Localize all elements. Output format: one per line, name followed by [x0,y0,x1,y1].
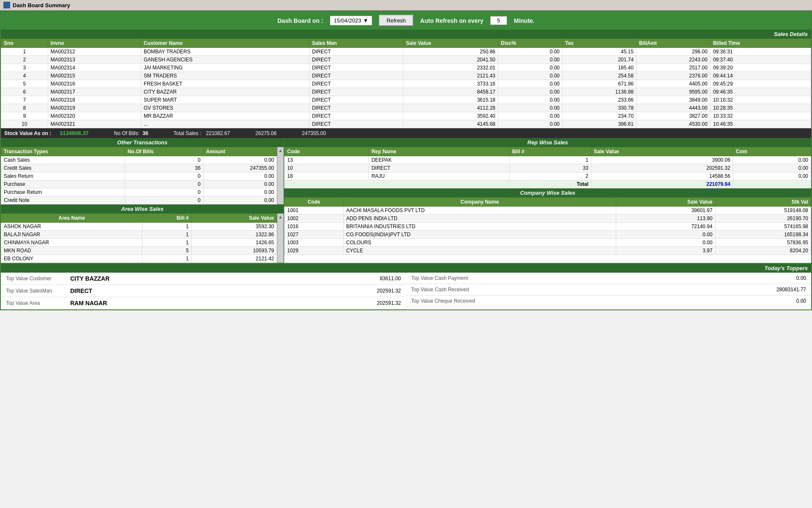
transaction-row: Purchase 0 0.00 [1,180,277,188]
topper-value: RAM NAGAR [70,300,372,306]
stock-value: 3134808.37 [60,130,89,136]
bill-amt: 4530.00 [636,120,710,128]
customer-name: CITY BAZZAR [141,88,309,96]
sale-value: 250.86 [403,48,498,56]
billed-time: 10:33:32 [710,112,811,120]
disc: 0.00 [498,96,562,104]
topper-label: Top Value Cheque Received [411,298,475,304]
company-name: COLOURS [343,239,616,247]
company-code: 1002 [285,215,344,223]
auto-refresh-minutes[interactable] [490,16,507,25]
area-scroll-bar[interactable]: ▲ [277,213,284,263]
sno: 6 [1,88,48,96]
company-sale-value: 3.97 [616,247,715,255]
trans-bills: 0 [125,188,203,196]
topper-row-left: Top Value SalesMan DIRECT 202591.32 [1,285,406,297]
date-selector[interactable]: 15/04/2023 ▼ [330,16,372,25]
topper-amount: 0.00 [796,298,806,304]
rep-wise-header: Rep Wise Sales [284,138,811,147]
col-salesman: Sales Man [309,39,403,48]
sales-details-header: Sales Details [1,30,811,39]
rep-name: DEEPAK [369,156,510,164]
bill-amt: 9595.00 [636,88,710,96]
area-row: CHINMAYA NAGAR 1 1426.65 [1,239,277,247]
topper-value: CITY BAZZAR [70,275,375,282]
trans-bills: 0 [125,172,203,180]
area-sale-value: 1426.65 [192,239,277,247]
bill-amt: 3827.00 [636,112,710,120]
company-stk-val: 8204.20 [715,247,811,255]
company-code: 1001 [285,207,344,215]
topper-amount: 83611.00 [380,276,401,282]
area-table: Area Name Bill # Sale Value ASHOK NAGAR … [1,213,277,263]
trans-type: Credit Sales [1,164,125,172]
rep-com: 0.00 [733,156,811,164]
area-bills: 1 [143,231,192,239]
company-sale-value: 113.90 [616,215,715,223]
trans-amount: 0.00 [203,172,277,180]
footer-summary-row: Stock Value As on : 3134808.37 No Of Bil… [1,128,811,138]
sale-value: 8458.17 [403,88,498,96]
company-row: 1001 AACHI MASALA FOODS PVT LTD 39601.97… [285,207,811,215]
scroll-up-icon: ▲ [277,147,283,154]
sales-row: 1 MA002312 BOMBAY TRADERS DIRECT 250.86 … [1,48,811,56]
company-row: 1016 BRITANNIA INDUSTRIES LTD 72140.94 5… [285,223,811,231]
toppers-right: Top Value Cash Payment 0.00 Top Value Ca… [406,273,811,309]
billed-time: 09:37:40 [710,56,811,64]
main-container: Dash Board on : 15/04/2023 ▼ Refresh Aut… [0,11,812,310]
trans-type: Credit Note [1,196,125,204]
sno: 10 [1,120,48,128]
date-value: 15/04/2023 [334,17,361,24]
minute-label: Minute. [514,17,535,24]
tax: 1136.98 [562,88,636,96]
trans-bills: 0 [125,156,203,164]
disc: 0.00 [498,48,562,56]
rep-row: 13 DEEPAK 1 3900.06 0.00 [285,156,811,164]
rep-sale-value: 3900.06 [591,156,733,164]
area-scroll-up-icon: ▲ [277,214,283,220]
area-col-name: Area Name [1,214,143,223]
disc: 0.00 [498,88,562,96]
sno: 8 [1,104,48,112]
col-disc: Disc% [498,39,562,48]
transactions-table: Transaction Types No.Of Bills Amount Cas… [1,147,277,204]
area-sale-value: 3592.30 [192,223,277,231]
rep-total-label: Total [285,180,591,188]
col-customer: Customer Name [141,39,309,48]
company-col-stkval: Stk Val [715,198,811,207]
company-code: 1029 [285,247,344,255]
refresh-button[interactable]: Refresh [379,15,414,26]
disc: 0.00 [498,120,562,128]
topper-row-right: Top Value Cheque Received 0.00 [406,295,811,307]
company-code: 1016 [285,223,344,231]
rep-com: 0.00 [733,164,811,172]
rep-wise-section: Rep Wise Sales Code Rep Name Bill # Sale… [284,138,811,188]
area-wise-panel: Area Name Bill # Sale Value ASHOK NAGAR … [1,213,284,263]
transaction-row: Purchase Return 0 0.00 [1,188,277,196]
company-sale-value: 72140.94 [616,223,715,231]
area-row: EB COLONY 1 2121.42 [1,255,277,263]
salesman: DIRECT [309,96,403,104]
salesman: DIRECT [309,88,403,96]
invno: MA002321 [48,120,141,128]
company-table: Code Company Name Sale Value Stk Val 100… [284,197,811,255]
sales-details-section: Sales Details Sno Invno Customer Name Sa… [1,30,811,128]
sale-value: 3733.16 [403,80,498,88]
topper-amount: 202591.32 [377,300,401,306]
billed-time: 09:44:14 [710,72,811,80]
toppers-grid: Top Value Customer CITY BAZZAR 83611.00 … [1,273,811,309]
billed-time: 10:28:35 [710,104,811,112]
auto-refresh-label: Auto Refresh on every [420,17,483,24]
area-wise-section: Area Wise Sales Area Name Bill # Sale Va… [1,204,284,263]
sales-row: 4 MA002315 SM TRADERS DIRECT 2121.43 0.0… [1,72,811,80]
title-bar: Dash Board Summary [0,0,812,11]
scroll-bar[interactable]: ▲ [277,147,284,204]
rep-col-com: Com [733,147,811,156]
disc: 0.00 [498,56,562,64]
tax: 201.74 [562,56,636,64]
app-icon [3,2,10,8]
sale-value: 2121.43 [403,72,498,80]
area-wise-content: Area Name Bill # Sale Value ASHOK NAGAR … [1,213,277,263]
invno: MA002316 [48,80,141,88]
sales-row: 5 MA002316 FRESH BASKET DIRECT 3733.16 0… [1,80,811,88]
